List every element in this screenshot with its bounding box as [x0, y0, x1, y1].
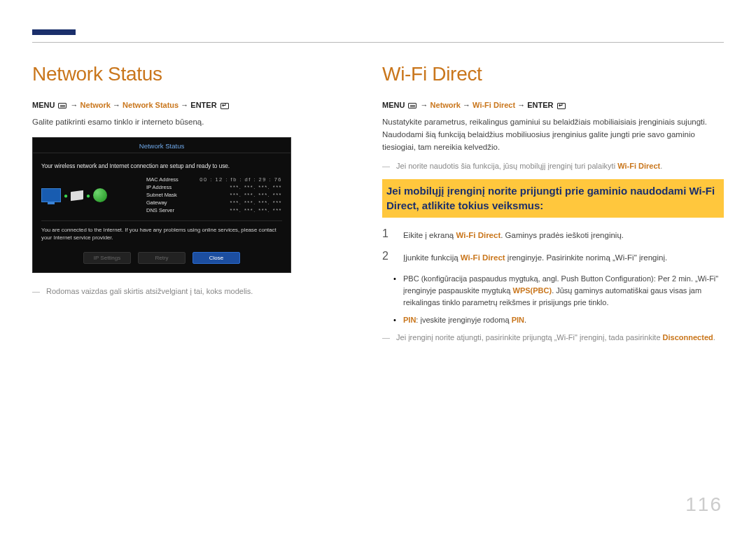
footnote-text: Jei įrenginį norite atjungti, pasirinkit…	[396, 333, 663, 342]
footnote: Jei norite naudotis šia funkcija, jūsų m…	[382, 160, 724, 172]
footnote-text: .	[713, 333, 715, 342]
text: .	[524, 316, 526, 324]
section-heading-wifi-direct: Wi-Fi Direct	[382, 63, 724, 85]
dialog-divider	[41, 220, 282, 221]
enter-icon	[557, 103, 566, 109]
ip-settings-button[interactable]: IP Settings	[83, 252, 131, 264]
close-button[interactable]: Close	[192, 252, 240, 264]
step-2: 2 Įjunkite funkciją Wi-Fi Direct įrengin…	[382, 250, 724, 264]
table-row: Gateway***. ***. ***. ***	[146, 199, 282, 206]
table-row: IP Address***. ***. ***. ***	[146, 184, 282, 190]
footnote: Rodomas vaizdas gali skirtis atsižvelgia…	[32, 286, 354, 297]
bullet-pbc: PBC (konfigūracija paspaudus mygtuką, an…	[392, 273, 724, 309]
network-status-dialog: Network Status Your wireless network and…	[32, 137, 291, 273]
dialog-footnote: You are connected to the Internet. If yo…	[41, 227, 282, 242]
breadcrumb-segment: Wi-Fi Direct	[472, 101, 515, 109]
dialog-button-row: IP Settings Retry Close	[41, 252, 282, 264]
wps-pbc-term: WPS(PBC)	[513, 286, 552, 295]
breadcrumb-segment: Network	[80, 101, 111, 109]
header-divider	[32, 42, 724, 43]
breadcrumb-segment: Network	[430, 101, 461, 109]
menu-icon	[58, 103, 66, 108]
header-accent-bar	[32, 29, 76, 35]
mac-label: MAC Address	[146, 176, 178, 183]
connection-graphic: ● ●	[41, 176, 139, 215]
mask-label: Subnet Mask	[146, 192, 177, 198]
link-dot-icon: ●	[86, 192, 90, 199]
pin-term: PIN	[403, 316, 416, 324]
highlight-heading: Jei mobilųjį įrenginį norite prijungti p…	[386, 184, 720, 213]
menu-icon	[408, 103, 416, 108]
breadcrumb-wifi-direct: MENU → Network → Wi-Fi Direct → ENTER	[382, 101, 724, 109]
mask-value: ***. ***. ***. ***	[230, 192, 282, 198]
bullet-list: PBC (konfigūracija paspaudus mygtuką, an…	[392, 273, 724, 326]
text: įrenginyje. Pasirinkite norimą „Wi-Fi" į…	[505, 253, 668, 262]
footnote-text: Jei norite naudotis šia funkcija, jūsų m…	[396, 162, 617, 170]
dialog-title: Network Status	[33, 138, 290, 153]
globe-icon	[93, 188, 107, 202]
breadcrumb-segment: Network Status	[122, 101, 178, 109]
link-dot-icon: ●	[64, 192, 68, 199]
wifi-direct-term: Wi-Fi Direct	[617, 162, 660, 170]
step-text: Eikite į ekraną Wi-Fi Direct. Gaminys pr…	[403, 227, 624, 241]
footnote-text: .	[660, 162, 662, 170]
wifi-direct-term: Wi-Fi Direct	[461, 253, 505, 262]
text: : įveskite įrenginyje rodomą	[416, 316, 511, 324]
ip-label: IP Address	[146, 184, 172, 190]
section-heading-network-status: Network Status	[32, 63, 354, 85]
breadcrumb-network-status: MENU → Network → Network Status → ENTER	[32, 101, 354, 109]
bullet-pin: PIN: įveskite įrenginyje rodomą PIN.	[392, 314, 724, 326]
highlight-panel: Jei mobilųjį įrenginį norite prijungti p…	[382, 179, 724, 218]
step-text: Įjunkite funkciją Wi-Fi Direct įrenginyj…	[403, 250, 667, 264]
ip-value: ***. ***. ***. ***	[230, 184, 282, 190]
menu-label: MENU	[382, 101, 405, 109]
left-column: Network Status MENU → Network → Network …	[32, 63, 354, 349]
table-row: DNS Server***. ***. ***. ***	[146, 207, 282, 213]
menu-label: MENU	[32, 101, 55, 109]
step-number: 1	[382, 227, 393, 240]
pin-term: PIN	[512, 316, 524, 324]
step-number: 2	[382, 250, 393, 262]
dns-label: DNS Server	[146, 207, 174, 213]
wifi-direct-term: Wi-Fi Direct	[456, 231, 500, 239]
text: Eikite į ekraną	[403, 231, 456, 239]
dns-value: ***. ***. ***. ***	[230, 207, 282, 213]
page-number: 116	[685, 493, 722, 516]
right-column: Wi-Fi Direct MENU → Network → Wi-Fi Dire…	[382, 63, 724, 349]
table-row: Subnet Mask***. ***. ***. ***	[146, 192, 282, 198]
text: Įjunkite funkciją	[403, 253, 461, 262]
router-icon	[71, 190, 83, 202]
monitor-icon	[41, 188, 61, 202]
paragraph: Galite patikrinti esamo tinklo ir intern…	[32, 116, 354, 129]
table-row: MAC Address00 : 12 : fb : df : 29 : 76	[146, 176, 282, 183]
dialog-body: Your wireless network and Internet conne…	[33, 153, 290, 272]
text: . Gaminys pradės ieškoti įrenginių.	[500, 231, 624, 239]
dialog-message: Your wireless network and Internet conne…	[41, 163, 282, 169]
dialog-row: ● ● MAC Address00 : 12 : fb : df : 29 : …	[41, 176, 282, 215]
disconnected-term: Disconnected	[663, 333, 713, 342]
enter-icon	[220, 103, 229, 109]
network-info-table: MAC Address00 : 12 : fb : df : 29 : 76 I…	[146, 176, 282, 215]
enter-label: ENTER	[527, 101, 553, 109]
footnote-text: Rodomas vaizdas gali skirtis atsižvelgia…	[46, 287, 253, 295]
step-list: 1 Eikite į ekraną Wi-Fi Direct. Gaminys …	[382, 227, 724, 265]
retry-button[interactable]: Retry	[138, 252, 186, 264]
gw-label: Gateway	[146, 199, 167, 206]
paragraph: Nustatykite parametrus, reikalingus gami…	[382, 116, 724, 153]
step-1: 1 Eikite į ekraną Wi-Fi Direct. Gaminys …	[382, 227, 724, 241]
footnote: Jei įrenginį norite atjungti, pasirinkit…	[382, 332, 724, 344]
gw-value: ***. ***. ***. ***	[230, 199, 282, 206]
enter-label: ENTER	[190, 101, 216, 109]
mac-value: 00 : 12 : fb : df : 29 : 76	[200, 176, 282, 183]
page-content: Network Status MENU → Network → Network …	[32, 63, 724, 349]
